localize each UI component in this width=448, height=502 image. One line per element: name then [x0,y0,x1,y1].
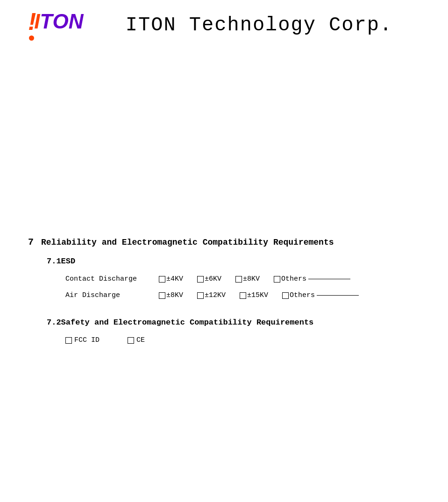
contact-4kv-option[interactable]: ±4KV [159,275,183,283]
subsection-72-title: Safety and Electromagnetic Compatibility… [61,318,314,327]
contact-others-checkbox[interactable] [274,276,280,283]
subsection-72: 7.2Safety and Electromagnetic Compatibil… [28,318,420,344]
contact-others-option[interactable]: Others [274,275,350,283]
air-discharge-row: Air Discharge ±8KV ±12KV ±15KV Others [65,291,420,299]
cert-options-row: FCC ID CE [65,336,420,344]
contact-4kv-checkbox[interactable] [159,276,165,283]
contact-others-label: Others [281,275,306,283]
air-15kv-label: ±15KV [247,291,268,299]
air-8kv-checkbox[interactable] [159,292,165,299]
ce-checkbox[interactable] [128,337,134,344]
contact-others-line [308,279,350,279]
subsection-71-number: 7.1 [47,257,61,266]
contact-8kv-option[interactable]: ±8KV [235,275,260,283]
logo-letter-o: O [52,11,68,32]
logo-iton-text: ITON [34,11,83,32]
fcc-id-checkbox[interactable] [65,337,72,344]
section-7: 7 Reliability and Electromagnetic Compat… [28,237,420,344]
contact-6kv-label: ±6KV [205,275,221,283]
section-7-heading: 7 Reliability and Electromagnetic Compat… [28,237,420,247]
section-7-number: 7 [28,237,34,247]
air-discharge-options: ±8KV ±12KV ±15KV Others [159,291,420,299]
air-8kv-option[interactable]: ±8KV [159,291,183,299]
subsection-72-heading: 7.2Safety and Electromagnetic Compatibil… [47,318,420,327]
subsection-71-heading: 7.1ESD [47,257,420,266]
air-others-option[interactable]: Others [282,291,359,299]
page-header: ! ITON ITON Technology Corp. [28,9,420,45]
subsection-72-number: 7.2 [47,318,61,327]
air-discharge-label: Air Discharge [65,291,159,299]
ce-option[interactable]: CE [128,336,145,344]
contact-discharge-row: Contact Discharge ±4KV ±6KV ±8KV Others [65,275,420,283]
logo: ! ITON [28,9,84,41]
contact-6kv-option[interactable]: ±6KV [197,275,221,283]
air-others-checkbox[interactable] [282,292,289,299]
subsection-71-title: ESD [61,257,76,266]
fcc-id-label: FCC ID [74,336,100,344]
section-7-title: Reliability and Electromagnetic Compatib… [41,238,334,247]
contact-8kv-checkbox[interactable] [235,276,242,283]
document-body-spacer [28,50,420,227]
contact-discharge-options: ±4KV ±6KV ±8KV Others [159,275,420,283]
company-title: ITON Technology Corp. [98,14,420,36]
contact-discharge-label: Contact Discharge [65,275,159,283]
subsection-71: 7.1ESD Contact Discharge ±4KV ±6KV ±8KV [28,257,420,299]
air-12kv-checkbox[interactable] [197,292,204,299]
contact-8kv-label: ±8KV [243,275,260,283]
logo-letter-t: T [40,11,53,32]
air-15kv-option[interactable]: ±15KV [240,291,268,299]
contact-4kv-label: ±4KV [166,275,183,283]
air-others-label: Others [290,291,315,299]
air-12kv-label: ±12KV [205,291,226,299]
air-8kv-label: ±8KV [166,291,183,299]
contact-6kv-checkbox[interactable] [197,276,204,283]
air-12kv-option[interactable]: ±12KV [197,291,226,299]
fcc-id-option[interactable]: FCC ID [65,336,100,344]
air-others-line [317,295,359,296]
logo-dot [29,35,34,41]
ce-label: CE [136,336,145,344]
logo-letter-n: N [69,11,84,32]
air-15kv-checkbox[interactable] [240,292,246,299]
logo-letter-i: I [34,11,40,32]
